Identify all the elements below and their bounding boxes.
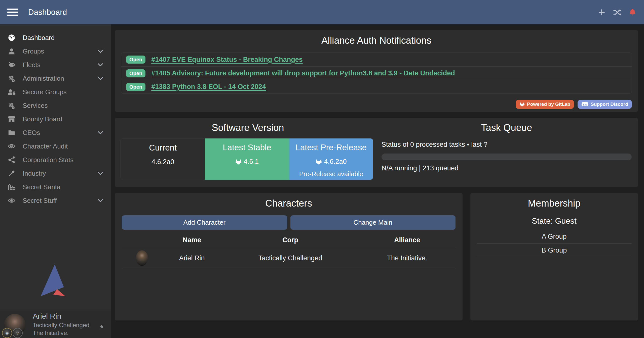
bell-notifications-icon[interactable]: [629, 8, 636, 16]
character-alliance-cell: The Initiative.: [359, 254, 456, 262]
user-alliance: The Initiative.: [33, 329, 89, 337]
sidebar-item-label: Secret Santa: [23, 183, 60, 191]
page-title: Dashboard: [28, 8, 67, 17]
membership-panel: Membership State: Guest A Group B Group: [470, 193, 638, 320]
gitlab-icon: [235, 159, 242, 165]
sidebar-item-secret-santa[interactable]: Secret Santa: [0, 180, 111, 194]
sidebar-item-secure-groups[interactable]: Secure Groups: [0, 85, 111, 99]
list-item: B Group: [477, 244, 631, 257]
notifications-list: Open #1407 EVE Equinox Status - Breaking…: [121, 53, 632, 94]
sidebar-item-corporation-stats[interactable]: Corporation Stats: [0, 153, 111, 167]
notifications-panel: Alliance Auth Notifications Open #1407 E…: [115, 30, 638, 112]
sidebar-item-label: CEOs: [23, 129, 40, 137]
powered-by-gitlab-badge[interactable]: Powered by GitLab: [516, 100, 574, 109]
change-main-button[interactable]: Change Main: [290, 215, 456, 230]
sidebar-item-label: Secret Stuff: [23, 197, 57, 205]
sidebar: Dashboard Groups Fleets Administration S…: [0, 24, 111, 338]
task-queue-title: Task Queue: [382, 122, 632, 133]
table-row: Ariel Rin Tactically Challenged The Init…: [122, 248, 456, 268]
gifts-icon: [7, 183, 16, 191]
membership-title: Membership: [477, 198, 631, 209]
eye-icon: [7, 142, 16, 150]
user-settings-gear-icon[interactable]: [96, 320, 103, 328]
plus-icon[interactable]: [597, 8, 606, 17]
sidebar-item-label: Groups: [23, 47, 44, 55]
sidebar-item-character-audit[interactable]: Character Audit: [0, 139, 111, 153]
list-item: A Group: [477, 230, 631, 244]
characters-title: Characters: [122, 198, 456, 209]
version-current-box: Current 4.6.2a0: [121, 138, 205, 180]
characters-panel: Characters Add Character Change Main Nam…: [115, 193, 463, 320]
chevron-down-icon: [97, 197, 104, 204]
chevron-down-icon: [97, 75, 104, 82]
support-discord-badge[interactable]: Support Discord: [578, 100, 632, 109]
main-content: Alliance Auth Notifications Open #1407 E…: [111, 24, 644, 338]
sidebar-item-fleets[interactable]: Fleets: [0, 58, 111, 72]
sidebar-item-bounty-board[interactable]: Bounty Board: [0, 112, 111, 126]
chevron-down-icon: [97, 48, 104, 55]
user-icon: [7, 47, 16, 55]
alliance-column-header: Alliance: [359, 236, 456, 244]
status-badge: Open: [126, 69, 145, 77]
version-strip: Current 4.6.2a0 Latest Stable 4.6.1 L: [121, 138, 373, 180]
sidebar-item-label: Dashboard: [23, 34, 55, 42]
hamburger-menu-icon[interactable]: [7, 7, 18, 18]
notification-item: Open #1383 Python 3.8 EOL - 14 Oct 2024: [121, 80, 632, 93]
user-avatar: ◉ ▽: [4, 314, 26, 335]
share-nodes-icon: [7, 156, 16, 164]
sidebar-item-groups[interactable]: Groups: [0, 44, 111, 58]
task-queue-counts: N/A running | 213 queued: [382, 164, 632, 172]
corp-logo-icon: ◉: [2, 328, 12, 338]
task-queue-progress-bar: [382, 154, 632, 160]
notification-link[interactable]: #1407 EVE Equinox Status - Breaking Chan…: [151, 56, 303, 64]
discord-icon: [581, 102, 588, 107]
chevron-down-icon: [97, 170, 104, 177]
sidebar-item-ceos[interactable]: CEOs: [0, 126, 111, 139]
notification-link[interactable]: #1383 Python 3.8 EOL - 14 Oct 2024: [151, 83, 266, 91]
sidebar-item-label: Secure Groups: [23, 88, 67, 96]
software-version-title: Software Version: [121, 122, 375, 133]
tachometer-icon: [7, 34, 16, 42]
notification-link[interactable]: #1405 Advisory: Future development will …: [151, 69, 455, 77]
sidebar-item-industry[interactable]: Industry: [0, 167, 111, 180]
sidebar-item-administration[interactable]: Administration: [0, 72, 111, 85]
add-character-button[interactable]: Add Character: [122, 215, 287, 230]
character-corp-cell: Tactically Challenged: [222, 254, 359, 262]
sidebar-item-services[interactable]: Services: [0, 99, 111, 112]
eye-icon: [7, 197, 16, 205]
sidebar-item-secret-stuff[interactable]: Secret Stuff: [0, 194, 111, 207]
sidebar-user-panel[interactable]: ◉ ▽ Ariel Rin Tactically Challenged The …: [0, 310, 111, 338]
sidebar-item-label: Industry: [23, 170, 46, 177]
shop-icon: [7, 115, 16, 123]
notification-item: Open #1405 Advisory: Future development …: [121, 66, 632, 80]
shuttle-icon: [7, 61, 16, 69]
gitlab-icon: [519, 102, 525, 107]
sidebar-item-dashboard[interactable]: Dashboard: [0, 31, 111, 44]
stable-version: 4.6.1: [205, 158, 289, 166]
corp-column-header: Corp: [222, 236, 359, 244]
user-corporation: Tactically Challenged: [33, 321, 89, 329]
sidebar-item-label: Services: [23, 102, 48, 110]
software-version-section: Software Version Current 4.6.2a0 Latest …: [115, 118, 375, 187]
user-lock-icon: [7, 88, 16, 96]
prerelease-version: 4.6.2a0: [289, 158, 373, 166]
gitlab-icon: [316, 159, 322, 165]
version-stable-box: Latest Stable 4.6.1: [205, 138, 289, 180]
sidebar-item-label: Corporation Stats: [23, 156, 73, 164]
shuffle-icon[interactable]: [613, 8, 622, 17]
folder-icon: [7, 129, 16, 137]
notifications-title: Alliance Auth Notifications: [121, 35, 632, 46]
task-queue-status: Status of 0 processed tasks • last ?: [382, 141, 632, 149]
task-queue-section: Task Queue Status of 0 processed tasks •…: [375, 118, 638, 187]
status-badge: Open: [126, 83, 145, 91]
sidebar-item-label: Fleets: [23, 61, 41, 69]
sidebar-menu: Dashboard Groups Fleets Administration S…: [0, 24, 111, 207]
alliance-logo-icon: ▽: [13, 328, 23, 338]
characters-table-header: Name Corp Alliance: [122, 232, 456, 248]
chevron-down-icon: [97, 62, 104, 68]
gears-icon: [7, 102, 16, 110]
navbar-actions: [597, 8, 636, 17]
current-version: 4.6.2a0: [121, 158, 205, 166]
sidebar-item-label: Character Audit: [23, 142, 68, 150]
alliance-auth-logo: [39, 263, 72, 298]
